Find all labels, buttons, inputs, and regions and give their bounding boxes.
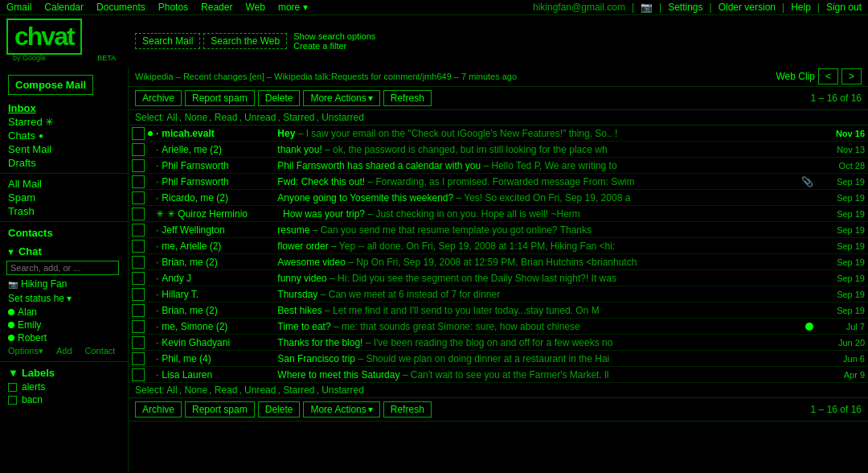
select-read-bottom[interactable]: Read	[215, 385, 238, 396]
compose-button[interactable]: Compose Mail	[8, 75, 93, 95]
row-checkbox[interactable]	[132, 272, 145, 285]
email-row[interactable]: ·micah.evaltHey – I saw your email on th…	[129, 125, 868, 142]
sidebar-item-allmail[interactable]: All Mail	[0, 177, 128, 191]
row-checkbox[interactable]	[132, 224, 145, 236]
chat-search-input[interactable]	[6, 261, 119, 275]
archive-button-top[interactable]: Archive	[135, 90, 182, 106]
contact-link[interactable]: Contact	[85, 346, 116, 356]
label-item-alerts[interactable]: alerts	[0, 380, 128, 393]
email-row[interactable]: ·Phil, me (4)San Francisco trip – Should…	[129, 351, 868, 367]
sidebar-item-trash[interactable]: Trash	[0, 204, 128, 218]
report-spam-button-top[interactable]: Report spam	[185, 90, 255, 106]
delete-button-top[interactable]: Delete	[258, 90, 301, 106]
row-star-icon[interactable]: ·	[156, 305, 158, 316]
nav-calendar[interactable]: Calendar	[44, 2, 84, 13]
bacn-checkbox[interactable]	[8, 396, 17, 405]
row-star-icon[interactable]: ·	[156, 128, 158, 139]
email-row[interactable]: ✳✳ Quiroz HerminioHow was your trip? – J…	[129, 206, 868, 222]
row-star-icon[interactable]: ·	[156, 369, 158, 380]
row-star-icon[interactable]: ·	[156, 224, 158, 236]
email-row[interactable]: ·Andy Jfunny video – Hi: Did you see the…	[129, 270, 868, 286]
more-actions-button-bottom[interactable]: More Actions ▾	[303, 401, 379, 417]
chat-header[interactable]: ▼ Chat	[0, 244, 128, 259]
row-checkbox[interactable]	[132, 288, 145, 301]
sidebar-item-sent[interactable]: Sent Mail	[0, 142, 128, 156]
archive-button-bottom[interactable]: Archive	[135, 401, 182, 417]
row-checkbox[interactable]	[132, 127, 145, 140]
nav-documents[interactable]: Documents	[96, 2, 145, 13]
row-star-icon[interactable]: ·	[156, 176, 158, 187]
nav-web[interactable]: Web	[245, 2, 264, 13]
nav-gmail[interactable]: Gmail	[6, 2, 31, 13]
select-none-top[interactable]: None	[184, 112, 207, 123]
web-clip-prev-button[interactable]: <	[818, 68, 838, 84]
select-all-top[interactable]: All	[166, 112, 177, 123]
add-link[interactable]: Add	[56, 346, 72, 356]
select-all-bottom[interactable]: All	[166, 385, 177, 396]
sidebar-item-drafts[interactable]: Drafts	[0, 156, 128, 170]
sidebar-item-spam[interactable]: Spam	[0, 191, 128, 204]
email-row[interactable]: ·me, Simone (2)Time to eat? – me: that s…	[129, 319, 868, 335]
email-row[interactable]: ·Ricardo, me (2)Anyone going to Yosemite…	[129, 190, 868, 206]
email-row[interactable]: ·Hillary T.Thursday – Can we meet at 6 i…	[129, 286, 868, 302]
row-star-icon[interactable]: ·	[156, 144, 158, 155]
row-star-icon[interactable]: ·	[156, 321, 158, 332]
chat-contact-robert[interactable]: Robert	[0, 331, 128, 344]
nav-more[interactable]: more ▾	[278, 2, 308, 13]
sidebar-item-chats[interactable]: Chats ●	[0, 129, 128, 142]
row-checkbox[interactable]	[132, 208, 145, 220]
older-version-link[interactable]: Older version	[719, 2, 776, 13]
row-star-icon[interactable]: ·	[156, 273, 158, 284]
email-row[interactable]: ·Brian, me (2)Best hikes – Let me find i…	[129, 302, 868, 319]
email-row[interactable]: ·me, Arielle (2)flower order – Yep -- al…	[129, 238, 868, 254]
nav-reader[interactable]: Reader	[201, 2, 232, 13]
alerts-checkbox[interactable]	[8, 383, 17, 392]
create-filter-link[interactable]: Create a filter	[293, 41, 375, 51]
options-link[interactable]: Options▾	[8, 346, 43, 356]
row-star-icon[interactable]: ·	[156, 192, 158, 204]
select-read-top[interactable]: Read	[215, 112, 238, 123]
select-unread-top[interactable]: Unread	[244, 112, 276, 123]
web-clip-next-button[interactable]: >	[841, 68, 862, 84]
email-row[interactable]: ·Jeff Wellingtonresume – Can you send me…	[129, 222, 868, 238]
email-row[interactable]: ·Phil FarnsworthPhil Farnsworth has shar…	[129, 158, 868, 174]
row-checkbox[interactable]	[132, 143, 145, 156]
chat-set-status[interactable]: Set status he ▾	[0, 291, 128, 306]
select-unstarred-top[interactable]: Unstarred	[321, 112, 364, 123]
more-actions-button-top[interactable]: More Actions ▾	[303, 90, 379, 106]
row-checkbox[interactable]	[132, 304, 145, 317]
report-spam-button-bottom[interactable]: Report spam	[185, 401, 255, 417]
labels-header[interactable]: ▼ Labels	[0, 365, 128, 380]
row-star-icon[interactable]: ·	[156, 353, 158, 364]
show-search-options-link[interactable]: Show search options	[293, 31, 375, 41]
row-checkbox[interactable]	[132, 256, 145, 269]
select-starred-top[interactable]: Starred	[283, 112, 314, 123]
sidebar-item-inbox[interactable]: Inbox	[0, 101, 128, 115]
select-unread-bottom[interactable]: Unread	[244, 385, 276, 396]
chat-contact-emily[interactable]: Emily	[0, 319, 128, 331]
row-star-icon[interactable]: ·	[156, 160, 158, 171]
row-checkbox[interactable]	[132, 352, 145, 365]
refresh-button-bottom[interactable]: Refresh	[383, 401, 432, 417]
row-checkbox[interactable]	[132, 368, 145, 381]
row-star-icon[interactable]: ✳	[156, 208, 164, 220]
search-web-button[interactable]: Search the Web	[203, 33, 287, 49]
row-checkbox[interactable]	[132, 320, 145, 333]
select-starred-bottom[interactable]: Starred	[283, 385, 314, 396]
row-checkbox[interactable]	[132, 240, 145, 253]
row-star-icon[interactable]: ·	[156, 257, 158, 268]
email-row[interactable]: ·Lisa LaurenWhere to meet this Saturday …	[129, 367, 868, 383]
row-star-icon[interactable]: ·	[156, 337, 158, 348]
row-checkbox[interactable]	[132, 336, 145, 349]
email-row[interactable]: ·Arielle, me (2)thank you! – ok, the pas…	[129, 142, 868, 158]
sidebar-contacts-label[interactable]: Contacts	[0, 225, 128, 241]
refresh-button-top[interactable]: Refresh	[383, 90, 432, 106]
label-item-bacn[interactable]: bacn	[0, 393, 128, 406]
nav-photos[interactable]: Photos	[158, 2, 188, 13]
row-checkbox[interactable]	[132, 159, 145, 172]
chat-contact-alan[interactable]: Alan	[0, 306, 128, 319]
sidebar-item-starred[interactable]: Starred ✳	[0, 115, 128, 129]
row-star-icon[interactable]: ·	[156, 241, 158, 252]
sign-out-link[interactable]: Sign out	[826, 2, 862, 13]
settings-link[interactable]: Settings	[668, 2, 702, 13]
